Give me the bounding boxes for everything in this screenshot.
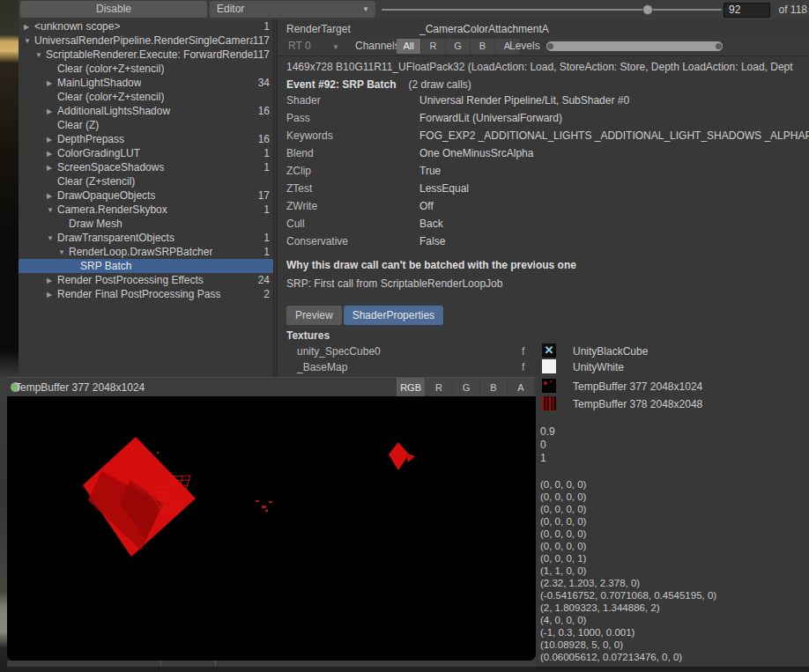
channel-button-b[interactable]: B (471, 39, 494, 54)
chevron-right-icon[interactable]: ▶ (47, 291, 57, 299)
batch-break-title: Why this draw call can't be batched with… (286, 259, 576, 271)
tree-item-count: 34 (258, 77, 273, 89)
preview-channel-button-r[interactable]: R (426, 378, 452, 397)
white-thumbnail-icon[interactable] (542, 359, 556, 373)
tree-item-label: Camera.RenderSkybox (57, 203, 167, 216)
tree-item-srp-batch[interactable]: SRP Batch (19, 259, 273, 273)
event-slider-handle[interactable] (642, 4, 653, 15)
stripes-thumbnail-icon[interactable] (542, 396, 556, 410)
texture-preview-window: TempBuffer 377 2048x1024 RGBRGBA (7, 377, 536, 661)
vector-value: (0, 0, 0, 0) (540, 491, 805, 503)
channels-label: Channels (355, 40, 400, 52)
chevron-right-icon[interactable]: ▶ (47, 136, 57, 144)
shader-state-value: Back (419, 218, 809, 230)
tree-item-render-postprocessing-effects[interactable]: ▶Render PostProcessing Effects24 (19, 273, 273, 287)
chevron-right-icon[interactable]: ▶ (47, 164, 57, 172)
tree-item-colorgradinglut[interactable]: ▶ColorGradingLUT1 (19, 146, 273, 160)
tree-item-additionallightsshadow[interactable]: ▶AdditionalLightsShadow16 (19, 104, 273, 118)
event-slider-track[interactable] (382, 9, 722, 11)
texture-type-flag: f (522, 345, 524, 358)
tree-item-depthprepass[interactable]: ▶DepthPrepass16 (19, 132, 273, 146)
tree-item-drawopaqueobjects[interactable]: ▶DrawOpaqueObjects17 (19, 188, 273, 203)
tree-item-count: 1 (263, 161, 273, 174)
texture-type-flag: f (522, 361, 524, 373)
tree-item-label: ScreenSpaceShadows (57, 161, 164, 174)
chevron-right-icon[interactable]: ▶ (24, 23, 34, 31)
shader-state-value: LessEqual (419, 182, 809, 195)
render-target-controls-row: RT 0 ▼ Channels AllRGBA Levels (278, 38, 809, 56)
chevron-right-icon[interactable]: ▶ (47, 192, 57, 200)
vector-value: (0, 0, 0, 0) (540, 540, 805, 552)
scrollbar-tick (215, 661, 216, 666)
chevron-down-icon[interactable]: ▼ (35, 51, 46, 59)
tree-item-label: DepthPrepass (57, 133, 124, 145)
chevron-down-icon[interactable]: ▼ (58, 248, 69, 256)
event-title: Event #92: SRP Batch (286, 78, 397, 91)
tree-item-mainlightshadow[interactable]: ▶MainLightShadow34 (19, 76, 273, 90)
chevron-down-icon[interactable]: ▼ (47, 206, 57, 214)
vector-value: (-0.5416752, 0.7071068, 0.4545195, 0) (540, 589, 805, 602)
texture-preview-header[interactable]: TempBuffer 377 2048x1024 RGBRGBA (7, 377, 536, 396)
tree-item-render-final-postprocessing-pass[interactable]: ▶Render Final PostProcessing Pass2 (19, 287, 273, 301)
rt-index-dropdown[interactable]: RT 0 ▼ (288, 40, 311, 52)
tree-item--unknown-scope-[interactable]: ▶<unknown scope>1 (19, 19, 273, 33)
preview-channel-button-g[interactable]: G (453, 378, 479, 397)
tree-item-clear-color-z-stencil-[interactable]: Clear (color+Z+stencil) (19, 62, 273, 76)
tree-item-drawtransparentobjects[interactable]: ▼DrawTransparentObjects1 (19, 231, 273, 245)
small-red-diamond (389, 442, 409, 470)
tree-item-count: 117 (253, 48, 273, 61)
texture-value: TempBuffer 377 2048x1024 (573, 380, 702, 393)
target-selector-dropdown[interactable]: Editor ▼ (210, 1, 375, 18)
tree-item-label: Render PostProcessing Effects (57, 274, 204, 286)
channel-button-all[interactable]: All (397, 39, 420, 54)
chevron-down-icon[interactable]: ▼ (47, 234, 57, 242)
event-index-input[interactable]: 92 (724, 3, 770, 18)
tree-item-clear-z-stencil-[interactable]: Clear (Z+stencil) (19, 174, 273, 188)
chevron-right-icon[interactable]: ▶ (47, 277, 57, 284)
tree-item-count: 16 (258, 133, 273, 145)
event-summary: Event #92: SRP Batch(2 draw calls) (286, 78, 471, 91)
buffer-info-text: 1469x728 B10G11R11_UFloatPack32 (LoadAct… (286, 61, 809, 73)
spots-thumbnail-icon[interactable] (542, 379, 556, 393)
black-cube-thumbnail-icon[interactable] (542, 343, 556, 358)
chevron-right-icon[interactable]: ▶ (47, 150, 57, 158)
levels-slider[interactable] (546, 41, 723, 51)
tree-item-camera-renderskybox[interactable]: ▼Camera.RenderSkybox1 (19, 203, 273, 217)
shader-state-label: Blend (286, 147, 314, 159)
tree-item-clear-color-z-stencil-[interactable]: Clear (color+Z+stencil) (19, 90, 273, 104)
tree-item-scriptablerenderer-execute-forwardrende[interactable]: ▼ScriptableRenderer.Execute: ForwardRend… (19, 48, 273, 62)
tree-item-clear-z-[interactable]: Clear (Z) (19, 118, 273, 132)
channel-button-r[interactable]: R (421, 39, 445, 54)
preview-channel-button-rgb[interactable]: RGB (397, 378, 425, 397)
tree-item-count: 117 (253, 34, 273, 47)
tree-item-label: Clear (color+Z+stencil) (57, 63, 164, 75)
shader-state-row: ZClipTrue (278, 162, 809, 180)
channel-button-g[interactable]: G (446, 39, 470, 54)
tab-shaderproperties[interactable]: ShaderProperties (344, 306, 443, 325)
chevron-right-icon[interactable]: ▶ (47, 107, 57, 115)
shader-state-row: ConservativeFalse (278, 233, 809, 250)
shader-state-label: Pass (286, 112, 310, 124)
vector-value: (0.06005612, 0.07213476, 0, 0) (540, 651, 805, 663)
chevron-right-icon[interactable]: ▶ (47, 79, 57, 87)
shader-state-row: ZWriteOff (278, 197, 809, 215)
shader-state-row: PassForwardLit (UniversalForward) (278, 109, 809, 127)
detail-tabs: PreviewShaderProperties (286, 306, 443, 325)
tree-item-draw-mesh[interactable]: Draw Mesh (19, 217, 273, 231)
tree-item-screenspaceshadows[interactable]: ▶ScreenSpaceShadows1 (19, 160, 273, 174)
render-target-row: RenderTarget _CameraColorAttachmentA (278, 19, 809, 39)
preview-channel-button-a[interactable]: A (508, 378, 534, 397)
tree-item-universalrenderpipeline-rendersinglecamera[interactable]: ▼UniversalRenderPipeline.RenderSingleCam… (19, 33, 273, 48)
disable-button[interactable]: Disable (20, 1, 207, 18)
chevron-down-icon[interactable]: ▼ (24, 37, 34, 45)
texture-value: TempBuffer 378 2048x2048 (573, 398, 702, 410)
chevron-down-icon: ▼ (332, 43, 339, 51)
tab-preview[interactable]: Preview (286, 306, 342, 325)
tree-item-renderloop-drawsrpbatcher[interactable]: ▼RenderLoop.DrawSRPBatcher1 (19, 245, 273, 259)
scrollbar-tick (160, 661, 161, 666)
vector-value: (0, 0, 0, 0) (540, 528, 805, 540)
vector-value: (10.08928, 5, 0, 0) (540, 639, 805, 651)
preview-channel-button-b[interactable]: B (480, 378, 507, 397)
texture-preview-content[interactable] (7, 396, 536, 661)
channel-button-group: AllRGBA (397, 39, 519, 54)
